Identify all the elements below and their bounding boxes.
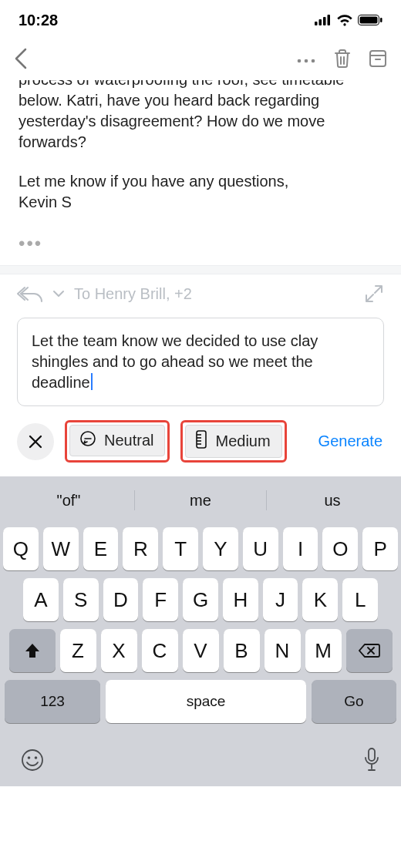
key-m[interactable]: M — [305, 629, 342, 672]
ruler-icon — [195, 430, 207, 453]
key-t[interactable]: T — [163, 527, 198, 570]
key-z[interactable]: Z — [60, 629, 96, 672]
space-key[interactable]: space — [106, 680, 306, 723]
key-w[interactable]: W — [43, 527, 79, 570]
svg-rect-22 — [369, 749, 375, 761]
key-d[interactable]: D — [103, 578, 139, 621]
generate-button[interactable]: Generate — [318, 432, 382, 450]
svg-rect-1 — [319, 19, 322, 25]
ellipsis-icon[interactable]: ••• — [19, 231, 382, 256]
key-row-4: 123 space Go — [3, 680, 398, 723]
cellular-icon — [315, 15, 332, 25]
suggestion-1[interactable]: "of" — [3, 492, 134, 510]
email-line: process of waterproofing the roof, see t… — [19, 80, 344, 88]
key-g[interactable]: G — [183, 578, 218, 621]
svg-rect-5 — [360, 17, 378, 24]
svg-rect-6 — [380, 18, 382, 22]
key-n[interactable]: N — [265, 629, 301, 672]
key-row-1: Q W E R T Y U I O P — [3, 527, 398, 570]
key-y[interactable]: Y — [203, 527, 238, 570]
status-bar: 10:28 — [0, 0, 401, 40]
key-h[interactable]: H — [223, 578, 258, 621]
mic-icon[interactable] — [362, 747, 381, 773]
chevron-down-icon[interactable] — [52, 290, 65, 298]
svg-rect-3 — [328, 15, 331, 25]
email-closing: Let me know if you have any questions, — [19, 173, 288, 190]
length-label: Medium — [215, 432, 270, 450]
section-divider — [0, 265, 401, 274]
key-v[interactable]: V — [183, 629, 219, 672]
svg-rect-0 — [315, 22, 318, 25]
keyboard: "of" me us Q W E R T Y U I O P A S D F G… — [0, 476, 401, 786]
key-c[interactable]: C — [142, 629, 178, 672]
numeric-key[interactable]: 123 — [5, 680, 100, 723]
svg-point-20 — [28, 757, 31, 760]
key-s[interactable]: S — [63, 578, 99, 621]
svg-point-8 — [305, 59, 308, 63]
length-selector[interactable]: Medium — [185, 425, 281, 458]
tone-selector[interactable]: Neutral — [69, 425, 165, 456]
svg-point-7 — [298, 59, 302, 63]
key-q[interactable]: Q — [3, 527, 39, 570]
svg-point-19 — [22, 750, 42, 770]
close-button[interactable] — [17, 423, 54, 460]
expand-icon[interactable] — [364, 284, 384, 304]
status-time: 10:28 — [19, 12, 58, 29]
key-row-2: A S D F G H J K L — [3, 578, 398, 621]
key-o[interactable]: O — [322, 527, 358, 570]
tone-selector-highlight: Neutral — [65, 420, 170, 463]
key-p[interactable]: P — [362, 527, 398, 570]
ai-options-row: Neutral Medium Generate — [0, 406, 401, 476]
key-x[interactable]: X — [101, 629, 137, 672]
suggestion-2[interactable]: me — [135, 492, 266, 510]
svg-rect-14 — [197, 431, 206, 448]
tone-label: Neutral — [104, 432, 153, 449]
battery-icon — [358, 15, 382, 25]
text-cursor — [91, 373, 93, 390]
keyboard-footer — [3, 723, 398, 786]
compose-text: Let the team know we decided to use clay… — [32, 332, 318, 391]
shift-key[interactable] — [9, 629, 56, 672]
key-k[interactable]: K — [302, 578, 338, 621]
archive-icon[interactable] — [369, 49, 387, 71]
more-icon[interactable] — [296, 53, 316, 67]
suggestion-3[interactable]: us — [267, 492, 398, 510]
reply-all-icon[interactable] — [17, 285, 43, 302]
svg-point-9 — [312, 59, 315, 63]
backspace-key[interactable] — [346, 629, 393, 672]
key-e[interactable]: E — [83, 527, 119, 570]
key-r[interactable]: R — [123, 527, 158, 570]
email-signature: Kevin S — [19, 193, 72, 210]
key-l[interactable]: L — [342, 578, 378, 621]
chat-tone-icon — [79, 430, 96, 451]
key-a[interactable]: A — [23, 578, 59, 621]
key-f[interactable]: F — [143, 578, 178, 621]
key-j[interactable]: J — [263, 578, 298, 621]
emoji-icon[interactable] — [20, 748, 45, 772]
wifi-icon — [336, 14, 353, 26]
email-body: process of waterproofing the roof, see t… — [0, 80, 401, 265]
back-icon[interactable] — [14, 48, 28, 72]
key-b[interactable]: B — [224, 629, 260, 672]
svg-rect-2 — [323, 17, 326, 25]
email-line: below. Katri, have you heard back regard… — [19, 92, 325, 150]
svg-point-21 — [35, 757, 38, 760]
trash-icon[interactable] — [333, 49, 352, 72]
reply-to-label[interactable]: To Henry Brill, +2 — [74, 285, 355, 303]
keyboard-suggestions: "of" me us — [3, 481, 398, 520]
key-u[interactable]: U — [243, 527, 278, 570]
compose-text-input[interactable]: Let the team know we decided to use clay… — [17, 318, 384, 406]
top-nav — [0, 40, 401, 80]
reply-header: To Henry Brill, +2 — [0, 274, 401, 318]
go-key[interactable]: Go — [312, 680, 396, 723]
length-selector-highlight: Medium — [180, 420, 286, 463]
key-row-3: Z X C V B N M — [3, 629, 398, 672]
key-i[interactable]: I — [283, 527, 318, 570]
